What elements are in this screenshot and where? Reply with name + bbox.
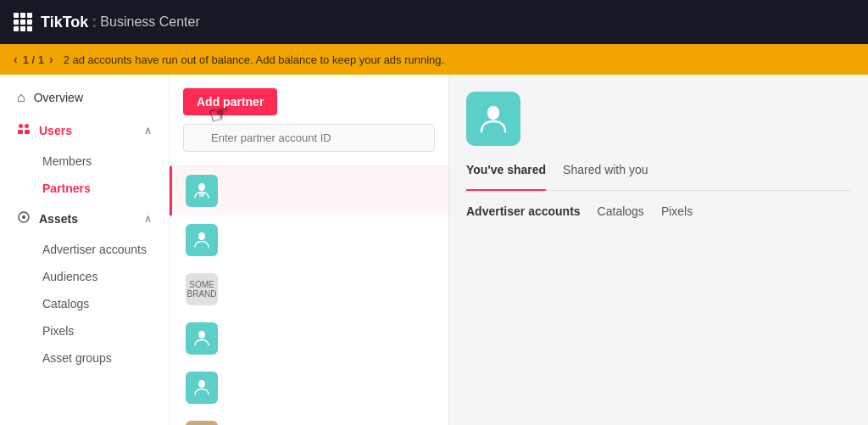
avatar bbox=[186, 372, 218, 404]
svg-rect-3 bbox=[25, 130, 30, 134]
business-center-label: Business Center bbox=[100, 14, 199, 30]
sidebar-sub-partners[interactable]: Partners bbox=[0, 175, 169, 202]
banner-nav: ‹ 1 / 1 › bbox=[14, 53, 53, 66]
overview-icon: ⌂ bbox=[17, 90, 25, 105]
catalogs-label: Catalogs bbox=[42, 297, 89, 310]
tab-youve-shared[interactable]: You've shared bbox=[466, 163, 546, 191]
svg-rect-1 bbox=[25, 124, 29, 128]
search-wrapper: 🔍 bbox=[183, 115, 435, 152]
asset-tab-pixels[interactable]: Pixels bbox=[661, 204, 693, 218]
asset-tab-catalogs[interactable]: Catalogs bbox=[598, 204, 644, 218]
svg-point-5 bbox=[22, 215, 25, 219]
detail-avatar-large bbox=[466, 92, 520, 146]
partners-panel: Add partner ☞ 🔍 bbox=[170, 75, 449, 425]
partner-list: SOMEBRAND bbox=[170, 166, 448, 425]
partners-header: Add partner ☞ 🔍 bbox=[170, 75, 448, 166]
overview-label: Overview bbox=[34, 91, 83, 104]
banner-message: 2 ad accounts have run out of balance. A… bbox=[64, 53, 445, 66]
avatar bbox=[186, 322, 218, 355]
partners-label: Partners bbox=[42, 182, 91, 195]
add-partner-wrapper: Add partner ☞ bbox=[183, 88, 277, 115]
avatar bbox=[186, 224, 218, 256]
tab-shared-with-you[interactable]: Shared with you bbox=[563, 163, 648, 183]
audiences-label: Audiences bbox=[42, 270, 97, 283]
list-item[interactable]: SOMEBRAND bbox=[170, 265, 448, 314]
users-icon bbox=[17, 122, 31, 139]
banner-counter: 1 / 1 bbox=[23, 53, 44, 66]
grid-menu-icon[interactable] bbox=[14, 13, 32, 31]
advertiser-accounts-label: Advertiser accounts bbox=[42, 243, 147, 256]
search-partner-input[interactable] bbox=[183, 124, 435, 152]
sidebar-sub-members[interactable]: Members bbox=[0, 148, 169, 175]
detail-tabs-row: You've shared Shared with you bbox=[466, 163, 851, 191]
assets-chevron: ∧ bbox=[144, 213, 152, 225]
sidebar-item-overview[interactable]: ⌂ Overview bbox=[0, 81, 169, 114]
content-area: Add partner ☞ 🔍 bbox=[170, 75, 868, 425]
sidebar-section-users[interactable]: Users ∧ bbox=[0, 114, 169, 148]
sidebar: ⌂ Overview Users ∧ Members Partners bbox=[0, 75, 170, 425]
list-item[interactable] bbox=[170, 215, 448, 265]
members-label: Members bbox=[42, 154, 92, 168]
avatar: SOMEBRAND bbox=[186, 273, 218, 305]
avatar-text-label: SOMEBRAND bbox=[186, 280, 216, 299]
assets-icon bbox=[17, 210, 31, 227]
users-label: Users bbox=[39, 124, 72, 137]
svg-rect-6 bbox=[199, 193, 204, 197]
sidebar-sub-advertiser-accounts[interactable]: Advertiser accounts bbox=[0, 236, 169, 263]
sidebar-sub-pixels[interactable]: Pixels bbox=[0, 317, 169, 344]
avatar bbox=[186, 175, 218, 207]
asset-groups-label: Asset groups bbox=[42, 351, 112, 365]
sidebar-sub-catalogs[interactable]: Catalogs bbox=[0, 290, 169, 317]
banner-prev-arrow[interactable]: ‹ bbox=[14, 53, 18, 66]
brand-separator: : bbox=[92, 14, 97, 31]
assets-label: Assets bbox=[39, 212, 78, 226]
list-item[interactable] bbox=[170, 412, 448, 425]
add-partner-button[interactable]: Add partner bbox=[183, 88, 277, 115]
brand-title: TikTok:Business Center bbox=[41, 14, 200, 31]
asset-tab-advertiser-accounts[interactable]: Advertiser accounts bbox=[466, 204, 581, 218]
detail-panel: You've shared Shared with you Advertiser… bbox=[449, 75, 868, 425]
top-nav: TikTok:Business Center bbox=[0, 0, 868, 44]
sidebar-sub-audiences[interactable]: Audiences bbox=[0, 263, 169, 290]
sidebar-section-assets[interactable]: Assets ∧ bbox=[0, 202, 169, 236]
avatar bbox=[186, 421, 218, 425]
list-item[interactable] bbox=[170, 363, 448, 412]
list-item[interactable] bbox=[170, 314, 448, 363]
svg-rect-0 bbox=[19, 124, 23, 128]
svg-rect-2 bbox=[18, 130, 23, 134]
banner-next-arrow[interactable]: › bbox=[49, 53, 53, 66]
main-layout: ⌂ Overview Users ∧ Members Partners bbox=[0, 75, 868, 425]
sidebar-sub-asset-groups[interactable]: Asset groups bbox=[0, 344, 169, 372]
users-chevron: ∧ bbox=[144, 125, 152, 137]
detail-header bbox=[466, 92, 851, 146]
asset-tabs: Advertiser accounts Catalogs Pixels bbox=[466, 204, 851, 218]
list-item[interactable] bbox=[170, 166, 448, 215]
tiktok-label: TikTok bbox=[41, 14, 88, 31]
pixels-label: Pixels bbox=[42, 324, 74, 338]
alert-banner: ‹ 1 / 1 › 2 ad accounts have run out of … bbox=[0, 44, 868, 75]
